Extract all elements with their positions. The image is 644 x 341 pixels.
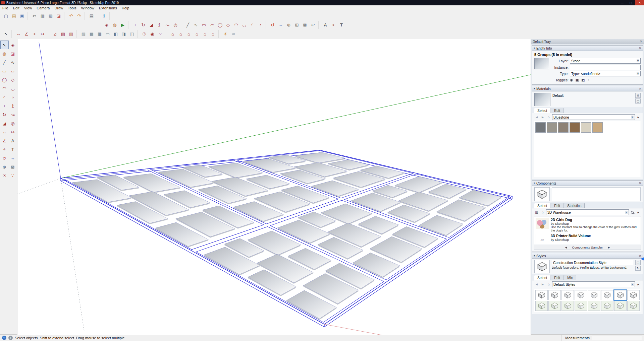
- new-icon[interactable]: ▢: [2, 12, 10, 20]
- 3d-text-tool-icon[interactable]: T: [9, 145, 17, 154]
- style-thumbnail-11[interactable]: [561, 301, 574, 311]
- walk-tool-icon[interactable]: ∵: [9, 171, 17, 180]
- components-header[interactable]: ▾ Components ✕: [532, 181, 643, 186]
- tray-header[interactable]: Default Tray ✕: [531, 39, 644, 44]
- material-swatch-6[interactable]: [592, 122, 603, 133]
- send-to-layout-icon[interactable]: ▶: [119, 21, 127, 29]
- styles-tab-mix[interactable]: Mix: [564, 275, 576, 280]
- 3d-text-icon[interactable]: T: [337, 21, 345, 29]
- shadows-icon[interactable]: ☀: [221, 30, 229, 38]
- zoom-window-icon[interactable]: ⊞: [293, 21, 301, 29]
- view-options-icon[interactable]: ▦: [534, 210, 539, 215]
- rectangle-icon[interactable]: ▭: [200, 21, 208, 29]
- tape-measure-tool-icon[interactable]: ↔: [0, 128, 9, 136]
- tape-measure-icon[interactable]: ↔: [14, 30, 22, 38]
- shaded-with-textures-icon[interactable]: ◨: [120, 30, 128, 38]
- line-tool-icon[interactable]: ╱: [0, 58, 9, 67]
- orbit-tool-icon[interactable]: ↺: [0, 154, 9, 162]
- eraser-tool-icon[interactable]: ◪: [9, 49, 17, 58]
- locked-toggle-icon[interactable]: ▣: [576, 78, 579, 82]
- zoom-icon[interactable]: ⊕: [285, 21, 293, 29]
- details-arrow-icon[interactable]: ▸: [636, 210, 641, 215]
- style-thumbnail-10[interactable]: [548, 301, 561, 311]
- freehand-icon[interactable]: ∿: [192, 21, 200, 29]
- circle-icon[interactable]: ◯: [216, 21, 224, 29]
- close-panel-icon[interactable]: ✕: [639, 182, 641, 185]
- paint-bucket-icon[interactable]: ◍: [111, 21, 119, 29]
- save-icon[interactable]: ▣: [18, 12, 26, 20]
- forward-icon[interactable]: ►: [540, 282, 545, 287]
- front-view-icon[interactable]: ⌂: [185, 30, 193, 38]
- monochrome-icon[interactable]: ◫: [128, 30, 136, 38]
- scale-icon[interactable]: ◢: [147, 21, 155, 29]
- line-icon[interactable]: ╱: [184, 21, 192, 29]
- style-thumbnail-9[interactable]: [535, 301, 548, 311]
- dimensions-icon[interactable]: ↦: [39, 30, 47, 38]
- axes-icon[interactable]: ⌖: [329, 21, 337, 29]
- axes-tool-icon[interactable]: ⌖: [31, 30, 39, 38]
- material-swatch-2[interactable]: [547, 122, 557, 133]
- previous-view-icon[interactable]: ↩: [309, 21, 317, 29]
- zoom-extents-tool-icon[interactable]: ⊠: [9, 162, 17, 171]
- undo-icon[interactable]: ↶: [67, 12, 75, 20]
- orbit-icon[interactable]: ↺: [269, 21, 277, 29]
- styles-tab-edit[interactable]: Edit: [551, 275, 564, 280]
- protractor-tool-icon[interactable]: ∠: [0, 136, 9, 145]
- polygon-icon[interactable]: ◇: [224, 21, 232, 29]
- style-thumbnail-13[interactable]: [588, 301, 600, 311]
- hidden-line-icon[interactable]: ▭: [104, 30, 112, 38]
- forward-icon[interactable]: ►: [540, 115, 545, 120]
- push-pull-icon[interactable]: ↥: [155, 21, 163, 29]
- materials-tab-edit[interactable]: Edit: [551, 108, 564, 113]
- style-thumbnail-8[interactable]: [627, 290, 640, 300]
- back-view-icon[interactable]: ⌂: [201, 30, 209, 38]
- components-tab-statistics[interactable]: Statistics: [564, 203, 585, 208]
- menu-help[interactable]: Help: [119, 6, 132, 10]
- top-view-icon[interactable]: ⌂: [177, 30, 185, 38]
- close-panel-icon[interactable]: ✕: [639, 47, 641, 50]
- redo-icon[interactable]: ↷: [75, 12, 83, 20]
- style-thumbnail-5[interactable]: [588, 290, 600, 300]
- pan-icon[interactable]: ⇔: [277, 21, 285, 29]
- hidden-toggle-icon[interactable]: ◉: [570, 78, 573, 82]
- freehand-tool-icon[interactable]: ∿: [9, 58, 17, 67]
- materials-collection-dropdown[interactable]: Bluestone ▾: [552, 114, 635, 120]
- make-component-icon[interactable]: ◈: [103, 21, 111, 29]
- left-view-icon[interactable]: ⌂: [209, 30, 217, 38]
- menu-edit[interactable]: Edit: [11, 6, 22, 10]
- model-info-icon[interactable]: ℹ: [100, 12, 108, 20]
- display-secondary-pane-icon[interactable]: ◫: [635, 260, 641, 265]
- menu-file[interactable]: File: [0, 6, 11, 10]
- styles-header[interactable]: ▾ Styles ✕: [532, 253, 643, 259]
- entity-info-header[interactable]: ▾ Entity Info ✕: [532, 46, 643, 51]
- walk-icon[interactable]: ∵: [156, 30, 164, 38]
- select-icon[interactable]: ↖: [2, 30, 10, 38]
- style-thumbnail-4[interactable]: [575, 290, 587, 300]
- model-canvas[interactable]: [17, 39, 531, 335]
- fog-icon[interactable]: ≋: [229, 30, 237, 38]
- tray-close-icon[interactable]: ✕: [640, 40, 642, 43]
- minimize-button-icon[interactable]: —: [618, 0, 627, 5]
- offset-icon[interactable]: ◎: [171, 21, 179, 29]
- display-secondary-pane-icon[interactable]: ◫: [635, 98, 641, 104]
- style-thumbnail-6[interactable]: [601, 290, 613, 300]
- follow-me-icon[interactable]: ↝: [163, 21, 171, 29]
- offset-tool-icon[interactable]: ◎: [9, 119, 17, 128]
- make-component-tool-icon[interactable]: ◈: [9, 41, 17, 49]
- move-icon[interactable]: +: [131, 21, 139, 29]
- menu-view[interactable]: View: [22, 6, 35, 10]
- collapse-tray-icon[interactable]: ◀: [641, 256, 644, 261]
- dimensions-tool-icon[interactable]: ↦: [9, 128, 17, 136]
- search-icon[interactable]: [630, 210, 635, 215]
- right-view-icon[interactable]: ⌂: [193, 30, 201, 38]
- display-section-planes-icon[interactable]: ▨: [59, 30, 67, 38]
- in-model-icon[interactable]: ⌂: [546, 282, 551, 287]
- styles-collection-dropdown[interactable]: Default Styles ▾: [552, 281, 635, 287]
- style-thumbnail-3[interactable]: [561, 290, 574, 300]
- close-button-icon[interactable]: ✕: [635, 0, 644, 5]
- close-panel-icon[interactable]: ✕: [639, 87, 641, 90]
- update-style-icon[interactable]: ↻: [635, 266, 641, 271]
- two-point-arc-icon[interactable]: ◡: [240, 21, 248, 29]
- paste-icon[interactable]: ▧: [47, 12, 55, 20]
- material-swatch-1[interactable]: [535, 122, 546, 133]
